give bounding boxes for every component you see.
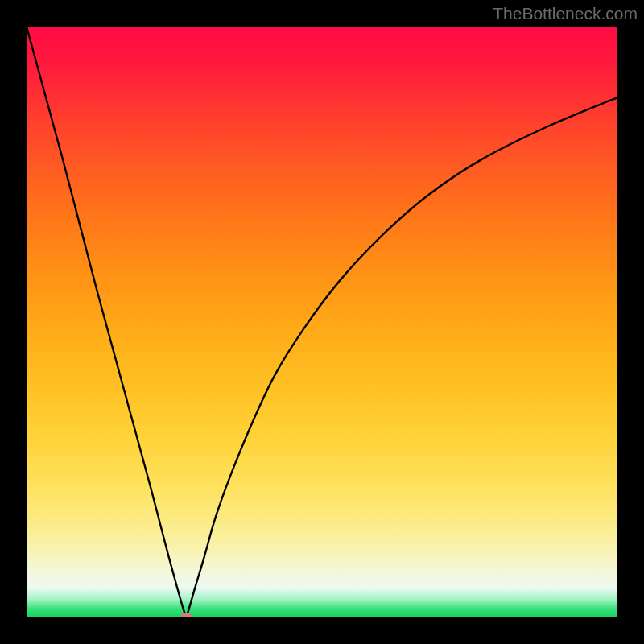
bottleneck-curve <box>27 27 617 617</box>
curve-right-branch <box>186 97 617 617</box>
attribution-watermark: TheBottleneck.com <box>493 4 638 23</box>
curve-left-branch <box>27 27 186 617</box>
chart-frame: TheBottleneck.com <box>0 0 644 644</box>
plot-area <box>27 27 617 617</box>
curve-group <box>27 27 617 617</box>
minimum-marker <box>180 613 192 617</box>
